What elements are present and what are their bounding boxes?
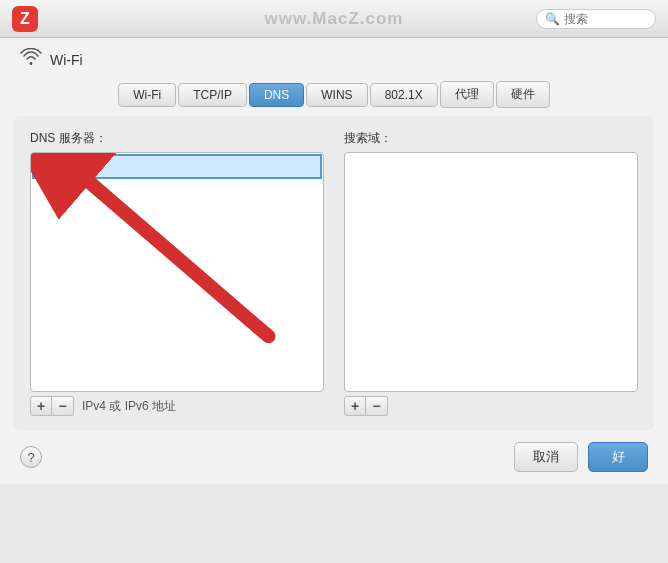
wifi-header: Wi-Fi: [0, 38, 668, 77]
search-box[interactable]: 🔍: [536, 9, 656, 29]
cancel-button[interactable]: 取消: [514, 442, 578, 472]
dns-servers-controls: + − IPv4 或 IPv6 地址: [30, 396, 324, 416]
dns-remove-button[interactable]: −: [52, 396, 74, 416]
tab-tcpip[interactable]: TCP/IP: [178, 83, 247, 107]
dns-hint: IPv4 或 IPv6 地址: [82, 398, 176, 415]
dns-servers-label: DNS 服务器：: [30, 130, 324, 147]
watermark: www.MacZ.com: [265, 9, 404, 29]
tab-8021x[interactable]: 802.1X: [370, 83, 438, 107]
ok-button[interactable]: 好: [588, 442, 648, 472]
dns-servers-column: DNS 服务器： 0.0.0.0 +: [30, 130, 324, 416]
domains-remove-button[interactable]: −: [366, 396, 388, 416]
annotation-arrow: [31, 153, 323, 391]
search-domains-label: 搜索域：: [344, 130, 638, 147]
bottom-bar: ? 取消 好: [0, 430, 668, 484]
dns-servers-list[interactable]: 0.0.0.0: [30, 152, 324, 392]
tab-wins[interactable]: WINS: [306, 83, 367, 107]
wifi-icon: [20, 48, 42, 71]
wifi-label: Wi-Fi: [50, 52, 83, 68]
dns-server-entry[interactable]: 0.0.0.0: [32, 154, 322, 179]
app-logo: Z: [12, 6, 38, 32]
dns-content: DNS 服务器： 0.0.0.0 +: [14, 116, 654, 430]
tab-proxy[interactable]: 代理: [440, 81, 494, 108]
search-input[interactable]: [564, 12, 649, 26]
search-icon: 🔍: [545, 12, 560, 26]
tabs-row: Wi-Fi TCP/IP DNS WINS 802.1X 代理 硬件: [0, 77, 668, 116]
search-domains-controls: + −: [344, 396, 638, 416]
search-domains-list[interactable]: [344, 152, 638, 392]
domains-add-button[interactable]: +: [344, 396, 366, 416]
search-domains-column: 搜索域： + −: [344, 130, 638, 416]
tab-hardware[interactable]: 硬件: [496, 81, 550, 108]
tab-wifi[interactable]: Wi-Fi: [118, 83, 176, 107]
top-bar: Z www.MacZ.com 🔍: [0, 0, 668, 38]
tab-dns[interactable]: DNS: [249, 83, 304, 107]
dns-add-button[interactable]: +: [30, 396, 52, 416]
svg-line-1: [90, 183, 268, 336]
help-button[interactable]: ?: [20, 446, 42, 468]
window-body: Wi-Fi Wi-Fi TCP/IP DNS WINS 802.1X 代理 硬件…: [0, 38, 668, 484]
